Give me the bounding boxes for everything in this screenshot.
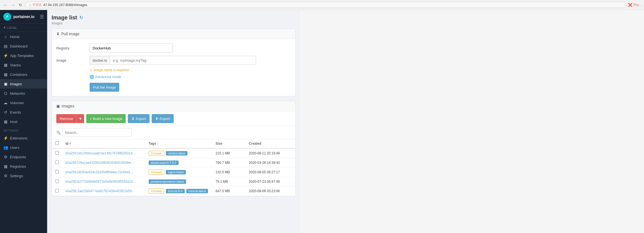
sidebar-item-app-templates[interactable]: ⚡ App Templates: [0, 51, 47, 60]
import-button[interactable]: ⬇ Import: [128, 114, 149, 123]
remove-button[interactable]: Remove: [56, 114, 76, 123]
sidebar-item-registries[interactable]: ▦ Registries: [0, 162, 47, 171]
row-created: 2020-03-26 14:39:43: [245, 158, 295, 167]
unused-badge: Unused: [149, 189, 164, 194]
registry-row: Registry: [56, 44, 291, 52]
row-created: 2020-08-06 03:23:06: [245, 186, 295, 196]
row-select-checkbox[interactable]: [55, 161, 59, 164]
row-select-checkbox[interactable]: [55, 189, 59, 192]
table-header-row: Id ▿ Tags ↕ Size Created: [52, 139, 295, 148]
sort-icon[interactable]: ↕: [157, 142, 159, 145]
row-created: 2020-08-05 08:27:17: [245, 167, 295, 177]
sidebar-item-images-label: Images: [10, 82, 22, 86]
sidebar-item-home[interactable]: ⌂ Home: [0, 32, 47, 41]
env-icon: ⬇: [3, 26, 6, 29]
refresh-icon[interactable]: ↻: [79, 15, 83, 20]
import-icon: ⬇: [131, 117, 135, 121]
advanced-mode-link[interactable]: 🌐 Advanced mode: [90, 75, 291, 79]
pull-image-button[interactable]: Pull the Image: [90, 83, 119, 92]
registry-input[interactable]: [90, 44, 173, 52]
page-header: Image list ↻ Images: [52, 14, 296, 25]
unused-badge: Unused: [149, 151, 164, 156]
sidebar-item-settings[interactable]: ⚙ Settings: [0, 171, 47, 181]
close-icon: ❌ Por...: [628, 3, 642, 7]
image-input[interactable]: [110, 56, 256, 65]
tag-badge: portainer/portainer:latest: [149, 179, 186, 184]
row-id: sha256:08393e824c32d456ff69aec72c64d1...: [62, 167, 145, 177]
users-icon: 👥: [3, 145, 8, 150]
forward-button[interactable]: →: [10, 2, 16, 8]
image-id-link[interactable]: sha256:f29a1ee41030e3963026369105f3be...: [65, 161, 134, 165]
row-select-checkbox[interactable]: [55, 179, 59, 183]
th-checkbox: [52, 139, 62, 148]
export-icon: ⬆: [155, 117, 158, 121]
sidebar-item-images[interactable]: ▣ Images: [0, 79, 47, 89]
image-id-link[interactable]: sha256:0d120b6ccaa8c5e149176798b3501d...: [65, 151, 135, 155]
row-checkbox: [52, 167, 62, 177]
sidebar-item-home-label: Home: [10, 35, 20, 39]
image-input-group: docker.io: [90, 56, 256, 65]
row-id: sha256:62771b0b9b0973a3e8e95595534a12...: [62, 177, 145, 186]
address-bar: △ 不安全 47.94.235.187:8088/#/images: [25, 2, 626, 8]
sidebar-item-users[interactable]: 👥 Users: [0, 143, 47, 152]
sidebar-item-stacks[interactable]: ▦ Stacks: [0, 60, 47, 70]
sidebar-item-extensions-label: Extensions: [10, 136, 28, 140]
image-id-link[interactable]: sha256:08393e824c32d456ff69aec72c64d1...: [65, 170, 133, 174]
row-select-checkbox[interactable]: [55, 170, 59, 174]
image-label: Image: [56, 58, 90, 62]
sidebar-item-host-label: Host: [10, 120, 17, 124]
image-id-link[interactable]: sha256:2ae23eb477aa82782438e429f22e55...: [65, 189, 135, 193]
tab-close-area: ❌ Por...: [628, 3, 642, 7]
th-tags[interactable]: Tags ↕: [145, 139, 212, 148]
reload-button[interactable]: ↻: [18, 2, 23, 8]
search-input[interactable]: [62, 128, 132, 137]
images-icon: ▣: [3, 82, 8, 86]
home-icon: ⌂: [3, 34, 8, 39]
row-checkbox: [52, 186, 62, 196]
select-all-checkbox[interactable]: [55, 141, 59, 145]
sidebar-toggle-button[interactable]: ☰: [40, 14, 44, 19]
sidebar-item-volumes[interactable]: ☁ Volumes: [0, 98, 47, 107]
remove-dropdown-button[interactable]: ▼: [76, 114, 84, 123]
images-toolbar: Remove ▼ + Build a new Image ⬇ Import ⬆ …: [52, 111, 295, 126]
sidebar-item-dashboard-label: Dashboard: [10, 44, 28, 48]
row-size: 79.1 MB: [212, 177, 245, 186]
table-row: sha256:2ae23eb477aa82782438e429f22e55...…: [52, 186, 295, 196]
filter-icon[interactable]: ▿: [69, 142, 71, 146]
row-tags: Unused nginx:latest: [145, 167, 212, 177]
stacks-icon: ▦: [3, 63, 8, 67]
containers-icon: ▦: [3, 72, 8, 77]
sidebar-item-endpoints-label: Endpoints: [10, 155, 26, 159]
image-prefix: docker.io: [90, 56, 110, 65]
sidebar-item-extensions[interactable]: ⚡ Extensions: [0, 133, 47, 143]
sidebar-env: ⬇ LOCAL: [0, 24, 47, 32]
row-checkbox: [52, 148, 62, 158]
sidebar-item-events[interactable]: ↺ Events: [0, 107, 47, 117]
table-row: sha256:f29a1ee41030e3963026369105f3be...…: [52, 158, 295, 167]
row-tags: portainer/portainer:latest: [145, 177, 212, 186]
image-id-link[interactable]: sha256:62771b0b9b0973a3e8e95595534a12...: [65, 180, 136, 184]
build-new-image-button[interactable]: + Build a new Image: [86, 114, 126, 123]
sidebar-item-endpoints[interactable]: ⚙ Endpoints: [0, 152, 47, 162]
sidebar-item-networks[interactable]: ⌬ Networks: [0, 89, 47, 98]
sidebar-item-host[interactable]: ▦ Host: [0, 117, 47, 126]
sidebar-item-users-label: Users: [10, 146, 19, 150]
page-subtitle: Images: [52, 21, 296, 25]
sidebar: P portainer.io ☰ ⬇ LOCAL ⌂ Home ▤ Dashbo…: [0, 10, 47, 233]
th-id[interactable]: Id ▿: [62, 139, 145, 148]
registries-icon: ▦: [3, 164, 8, 169]
th-created[interactable]: Created: [245, 139, 295, 148]
sidebar-item-dashboard[interactable]: ▤ Dashboard: [0, 41, 47, 51]
sidebar-item-app-templates-label: App Templates: [10, 54, 34, 58]
row-select-checkbox[interactable]: [55, 151, 59, 155]
sidebar-item-containers[interactable]: ▦ Containers: [0, 70, 47, 79]
row-id: sha256:f29a1ee41030e3963026369105f3be...: [62, 158, 145, 167]
pull-image-body: Registry Image docker.io ⚠ Ima: [52, 39, 295, 96]
sidebar-logo: P portainer.io ☰: [0, 10, 47, 24]
back-button[interactable]: ←: [2, 2, 8, 8]
images-panel: ▣ Images Remove ▼ + Build a new Image ⬇ …: [52, 101, 296, 196]
export-button[interactable]: ⬆ Export: [152, 114, 174, 123]
th-size[interactable]: Size: [212, 139, 245, 148]
download-icon: ⬇: [56, 32, 60, 36]
table-row: sha256:62771b0b9b0973a3e8e95595534a12...…: [52, 177, 295, 186]
